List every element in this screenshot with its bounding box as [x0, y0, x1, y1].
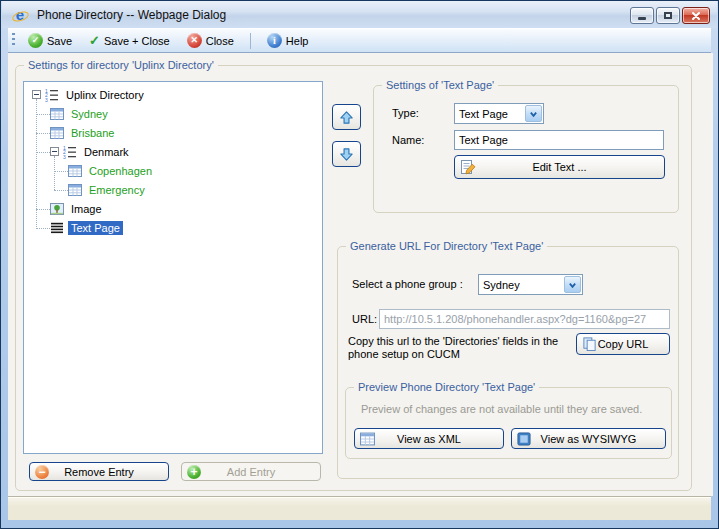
- window-close-button[interactable]: [682, 7, 710, 24]
- type-dropdown-value: Text Page: [455, 104, 524, 123]
- toolbar-separator: [250, 33, 251, 49]
- webpage-dialog-window: e Phone Directory -- Webpage Dialog Save…: [0, 0, 719, 529]
- table-icon: [50, 107, 64, 121]
- name-field[interactable]: [454, 130, 664, 150]
- add-entry-button: Add Entry: [181, 462, 321, 481]
- olist-icon: 123: [63, 145, 77, 159]
- tree-item-label: Brisbane: [68, 126, 117, 140]
- save-button[interactable]: Save: [22, 31, 78, 50]
- svg-text:3: 3: [45, 96, 48, 101]
- tree-item-label: Text Page: [68, 221, 123, 235]
- tree-item-label: Denmark: [81, 145, 132, 159]
- type-dropdown[interactable]: Text Page: [454, 103, 544, 124]
- table-icon: [50, 126, 64, 140]
- tree-connector-stub: [54, 190, 68, 191]
- tree-item-sydney[interactable]: Sydney: [24, 104, 322, 123]
- window-title: Phone Directory -- Webpage Dialog: [37, 8, 226, 22]
- tree-connector-stub: [36, 133, 50, 134]
- image-icon: [50, 202, 64, 216]
- tree-collapse-icon[interactable]: [32, 90, 41, 99]
- table-icon: [360, 431, 375, 446]
- tree-item-uplinx-directory[interactable]: 123Uplinx Directory: [24, 85, 322, 104]
- name-label: Name:: [392, 134, 424, 146]
- arrow-up-icon: [339, 110, 354, 125]
- tree-item-text-page[interactable]: Text Page: [24, 218, 322, 237]
- copy-url-label: Copy URL: [598, 338, 649, 350]
- url-field[interactable]: [379, 309, 670, 329]
- copy-hint-line1: Copy this url to the 'Directories' field…: [348, 335, 558, 347]
- tree-item-label: Copenhagen: [86, 164, 155, 178]
- dialog-content: Settings for directory 'Uplinx Directory…: [8, 53, 713, 496]
- view-as-xml-button[interactable]: View as XML: [354, 428, 504, 449]
- text-page-settings-group: Settings of 'Text Page' Type: Text Page …: [373, 85, 679, 213]
- maximize-button[interactable]: [656, 7, 680, 24]
- save-close-button[interactable]: Save + Close: [83, 31, 176, 50]
- tree-connector-stub: [36, 228, 50, 229]
- arrow-down-icon: [339, 147, 354, 162]
- tree-view[interactable]: 123Uplinx DirectorySydneyBrisbane123Denm…: [23, 81, 323, 454]
- preview-note: Preview of changes are not available unt…: [361, 403, 642, 415]
- phone-group-dropdown[interactable]: Sydney: [478, 274, 583, 295]
- generate-url-group: Generate URL For Directory 'Text Page' S…: [337, 246, 679, 479]
- tree-item-brisbane[interactable]: Brisbane: [24, 123, 322, 142]
- move-up-button[interactable]: [332, 104, 361, 130]
- tree-item-copenhagen[interactable]: Copenhagen: [24, 161, 322, 180]
- table-icon: [68, 164, 82, 178]
- directory-settings-group-title: Settings for directory 'Uplinx Directory…: [24, 59, 218, 71]
- tree-collapse-icon[interactable]: [50, 147, 59, 156]
- generate-url-group-title: Generate URL For Directory 'Text Page': [346, 240, 547, 252]
- minimize-button[interactable]: [630, 7, 654, 24]
- wysiwyg-icon: [517, 432, 531, 446]
- svg-text:3: 3: [63, 153, 66, 158]
- tree-connector-stub: [36, 209, 50, 210]
- url-label: URL:: [352, 313, 377, 325]
- type-label: Type:: [392, 107, 419, 119]
- tree-connector-stub: [54, 171, 68, 172]
- preview-group: Preview Phone Directory 'Text Page' Prev…: [345, 387, 672, 459]
- chevron-down-icon[interactable]: [564, 276, 581, 293]
- remove-icon: [35, 465, 49, 479]
- view-as-wysiwyg-button[interactable]: View as WYSIWYG: [511, 428, 666, 449]
- table-icon: [68, 183, 82, 197]
- move-down-button[interactable]: [332, 141, 361, 167]
- close-button[interactable]: Close: [181, 31, 240, 50]
- tree-item-image[interactable]: Image: [24, 199, 322, 218]
- close-x-icon: [691, 11, 701, 21]
- remove-entry-button[interactable]: Remove Entry: [29, 462, 169, 481]
- textlines-icon: [50, 221, 64, 235]
- titlebar: e Phone Directory -- Webpage Dialog: [2, 1, 717, 28]
- text-page-settings-group-title: Settings of 'Text Page': [382, 79, 498, 91]
- phone-group-dropdown-value: Sydney: [479, 275, 563, 294]
- internet-explorer-icon: e: [11, 6, 29, 24]
- help-label: Help: [286, 35, 309, 47]
- save-close-label: Save + Close: [104, 35, 170, 47]
- chevron-down-icon[interactable]: [525, 105, 542, 122]
- tree-connector-stub: [36, 114, 50, 115]
- save-icon: [28, 33, 43, 48]
- check-icon: [89, 33, 100, 48]
- save-label: Save: [47, 35, 72, 47]
- preview-group-title: Preview Phone Directory 'Text Page': [354, 381, 539, 393]
- maximize-icon: [664, 12, 672, 19]
- tree-item-label: Image: [68, 202, 105, 216]
- tree-item-label: Sydney: [68, 107, 111, 121]
- copy-hint-line2: phone setup on CUCM: [348, 348, 460, 360]
- tree-item-label: Uplinx Directory: [63, 88, 147, 102]
- help-icon: [267, 33, 282, 48]
- edit-text-button[interactable]: Edit Text ...: [454, 155, 665, 179]
- add-icon: [187, 465, 201, 479]
- edit-text-icon: [460, 159, 476, 175]
- phone-group-label: Select a phone group :: [352, 278, 463, 290]
- copy-url-button[interactable]: Copy URL: [576, 333, 670, 355]
- tree-item-denmark[interactable]: 123Denmark: [24, 142, 322, 161]
- toolbar-grip: [12, 33, 15, 48]
- olist-icon: 123: [45, 88, 59, 102]
- help-button[interactable]: Help: [261, 31, 315, 50]
- tree-item-label: Emergency: [86, 183, 148, 197]
- tree-connector-stub: [36, 152, 50, 153]
- edit-text-label: Edit Text ...: [532, 161, 586, 173]
- view-as-wysiwyg-label: View as WYSIWYG: [541, 433, 637, 445]
- copy-icon: [582, 337, 597, 352]
- tree-item-emergency[interactable]: Emergency: [24, 180, 322, 199]
- status-bar: [8, 496, 711, 520]
